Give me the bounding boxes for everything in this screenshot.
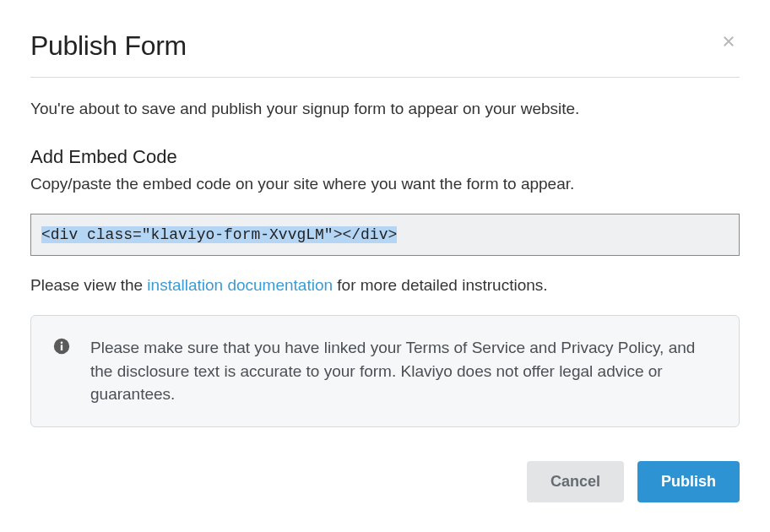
embed-heading: Add Embed Code	[30, 146, 740, 168]
modal-header: Publish Form	[30, 30, 740, 78]
info-icon	[53, 338, 70, 355]
callout-text: Please make sure that you have linked yo…	[90, 336, 717, 406]
embed-code-box[interactable]: <div class="klaviyo-form-XvvgLM"></div>	[30, 214, 740, 256]
publish-button[interactable]: Publish	[637, 461, 740, 502]
info-icon-wrap	[53, 336, 70, 406]
help-suffix: for more detailed instructions.	[333, 276, 548, 294]
installation-docs-link[interactable]: installation documentation	[147, 276, 333, 294]
close-icon	[721, 34, 736, 49]
modal-title: Publish Form	[30, 30, 187, 62]
info-callout: Please make sure that you have linked yo…	[30, 315, 740, 427]
intro-text: You're about to save and publish your si…	[30, 98, 740, 121]
close-button[interactable]	[718, 30, 740, 52]
embed-code[interactable]: <div class="klaviyo-form-XvvgLM"></div>	[41, 226, 397, 243]
publish-form-modal: Publish Form You're about to save and pu…	[0, 0, 770, 532]
help-text: Please view the installation documentati…	[30, 276, 740, 295]
button-row: Cancel Publish	[30, 461, 740, 502]
help-prefix: Please view the	[30, 276, 147, 294]
cancel-button[interactable]: Cancel	[527, 461, 624, 502]
embed-description: Copy/paste the embed code on your site w…	[30, 173, 740, 196]
svg-rect-1	[61, 345, 62, 351]
svg-point-2	[61, 342, 63, 345]
